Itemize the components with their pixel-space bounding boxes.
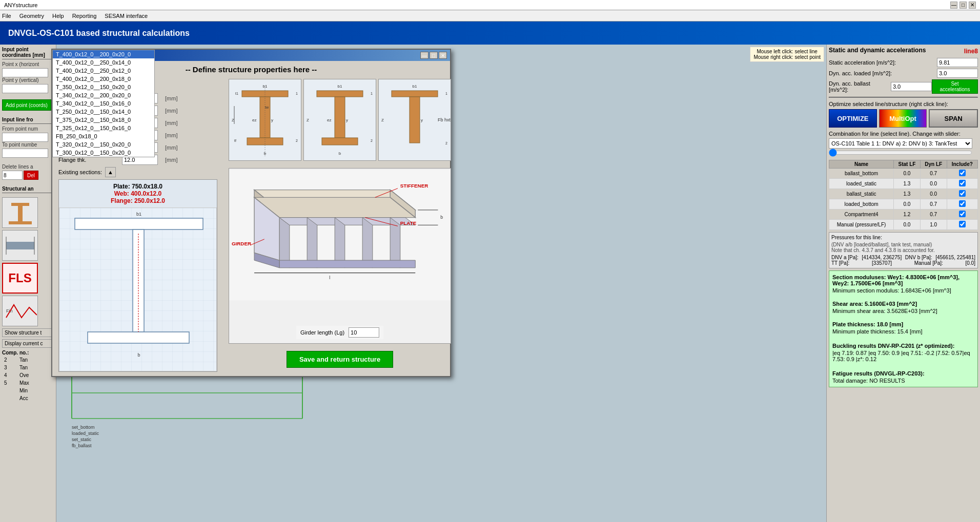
- svg-text:1: 1: [445, 92, 447, 95]
- svg-text:t1: t1: [235, 92, 238, 95]
- define-structure-modal: Define structure properties — □ ✕ -- Def…: [51, 49, 451, 377]
- svg-text:l: l: [329, 275, 330, 280]
- svg-text:tw: tw: [265, 106, 269, 109]
- svg-text:b: b: [339, 151, 341, 156]
- svg-rect-145: [317, 91, 363, 97]
- flange-thk-unit: [mm]: [165, 157, 196, 163]
- web-thk-unit: [mm]: [165, 132, 196, 138]
- modal-maximize[interactable]: □: [430, 52, 438, 59]
- svg-text:b: b: [440, 215, 443, 220]
- svg-text:GIRDER: GIRDER: [232, 241, 251, 246]
- section-item-9[interactable]: T_325_0x12_0__150_0x16_0: [53, 124, 154, 132]
- svg-text:2: 2: [445, 141, 447, 145]
- section-item-0[interactable]: T_400_0x12_0__200_0x20_0: [53, 50, 154, 58]
- svg-text:1: 1: [296, 92, 298, 95]
- section-info: Plate: 750.0x18.0 Web: 400.0x12.0 Flange…: [59, 180, 217, 207]
- svg-text:STIFFENER: STIFFENER: [400, 183, 428, 189]
- svg-text:b: b: [137, 352, 140, 358]
- flange-thk-label: Flange thk.: [58, 157, 120, 163]
- section-preview: Plate: 750.0x18.0 Web: 400.0x12.0 Flange…: [58, 179, 217, 372]
- svg-text:y: y: [346, 118, 348, 122]
- existing-sections-btn[interactable]: ▲: [105, 167, 116, 177]
- existing-sections-row: Existing sections: ▲: [58, 167, 222, 177]
- section-item-3[interactable]: T_400_0x12_0__200_0x18_0: [53, 75, 154, 83]
- existing-sections-label: Existing sections:: [58, 169, 102, 175]
- modal-window-controls[interactable]: — □ ✕: [420, 52, 447, 59]
- 3d-view: STIFFENER PLATE GIRDER l: [229, 168, 451, 344]
- girder-length-row: Girder length (Lg): [296, 326, 383, 339]
- svg-rect-124: [88, 332, 189, 343]
- svg-text:PLATE: PLATE: [400, 220, 417, 226]
- girder-length-label: Girder length (Lg): [300, 329, 344, 336]
- diagrams-area: b1 t1 ez y tw tf b 1 2: [229, 79, 451, 161]
- section-item-5[interactable]: T_340_0x12_0__200_0x20_0: [53, 91, 154, 99]
- svg-text:b1: b1: [338, 84, 342, 89]
- flange-display: Flange: 250.0x12.0: [63, 197, 213, 204]
- section-item-4[interactable]: T_350_0x12_0__150_0x20_0: [53, 83, 154, 91]
- svg-text:1: 1: [371, 92, 373, 95]
- section-item-2[interactable]: T_400_0x12_0__250_0x12_0: [53, 67, 154, 75]
- web-height-unit: [mm]: [165, 120, 196, 126]
- section-item-1[interactable]: T_400_0x12_0__250_0x14_0: [53, 58, 154, 67]
- svg-text:y: y: [271, 118, 273, 122]
- modal-overlay: Define structure properties — □ ✕ -- Def…: [0, 0, 980, 522]
- section-item-6[interactable]: T_340_0x12_0__150_0x16_0: [53, 99, 154, 108]
- plate-display: Plate: 750.0x18.0: [63, 183, 213, 190]
- svg-rect-147: [322, 138, 358, 145]
- section-item-10[interactable]: FB_250_0x18_0: [53, 132, 154, 140]
- spacing-unit: [mm]: [165, 95, 196, 101]
- svg-text:b1: b1: [413, 84, 417, 89]
- svg-text:Fb hxt: Fb hxt: [438, 117, 451, 122]
- svg-text:2: 2: [371, 139, 373, 142]
- save-return-btn[interactable]: Save and return structure: [287, 351, 393, 368]
- section-item-12[interactable]: T_300_0x12_0__150_0x20_0: [53, 149, 154, 157]
- svg-marker-168: [254, 197, 415, 217]
- svg-marker-175: [279, 260, 415, 268]
- diagram-2: b1 ez y b 1 2 Z: [303, 79, 376, 161]
- diagram-3: b1 y Fb hxt Z 1 2: [378, 79, 451, 161]
- section-item-8[interactable]: T_375_0x12_0__150_0x18_0: [53, 116, 154, 124]
- svg-rect-122: [75, 218, 203, 229]
- svg-text:y: y: [421, 118, 423, 122]
- plate-thk-unit: [mm]: [165, 108, 196, 114]
- diagram-1: b1 t1 ez y tw tf b 1 2: [229, 79, 301, 161]
- flange-width-unit: [mm]: [165, 144, 196, 151]
- svg-text:ez: ez: [252, 118, 256, 122]
- svg-text:2: 2: [296, 139, 298, 142]
- svg-rect-156: [392, 91, 438, 97]
- svg-text:Z: Z: [232, 118, 234, 122]
- svg-rect-157: [410, 97, 420, 143]
- existing-sections-dropdown[interactable]: T_400_0x12_0__200_0x20_0 T_400_0x12_0__2…: [52, 50, 155, 157]
- modal-minimize[interactable]: —: [420, 52, 428, 59]
- svg-text:tf: tf: [234, 139, 236, 142]
- section-canvas: b1 b: [59, 207, 217, 371]
- section-item-11[interactable]: T_320_0x12_0__150_0x20_0: [53, 140, 154, 149]
- modal-content: -- Define structure properties here -- S…: [52, 61, 450, 376]
- svg-text:b1: b1: [136, 212, 141, 217]
- svg-text:Z: Z: [381, 118, 384, 122]
- svg-rect-146: [335, 97, 345, 138]
- section-item-7[interactable]: T_250_0x12_0__150_0x14_0: [53, 108, 154, 116]
- web-display: Web: 400.0x12.0: [63, 190, 213, 197]
- girder-length-input[interactable]: [349, 327, 379, 338]
- svg-text:ez: ez: [327, 118, 331, 122]
- modal-close[interactable]: ✕: [439, 52, 447, 59]
- svg-text:b: b: [264, 151, 267, 156]
- svg-text:b1: b1: [263, 84, 268, 89]
- svg-text:Z: Z: [307, 118, 309, 122]
